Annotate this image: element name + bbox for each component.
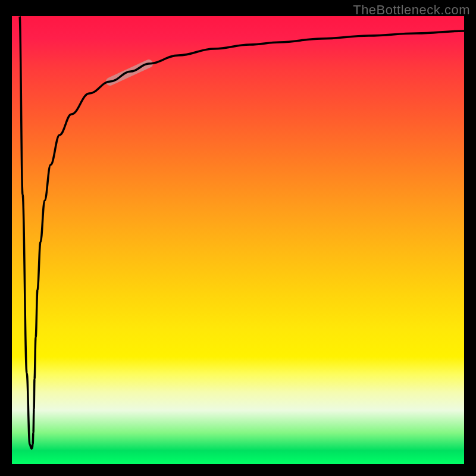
curve-svg bbox=[12, 16, 464, 464]
bottleneck-curve bbox=[20, 16, 464, 449]
gradient-plot-area bbox=[12, 16, 464, 464]
